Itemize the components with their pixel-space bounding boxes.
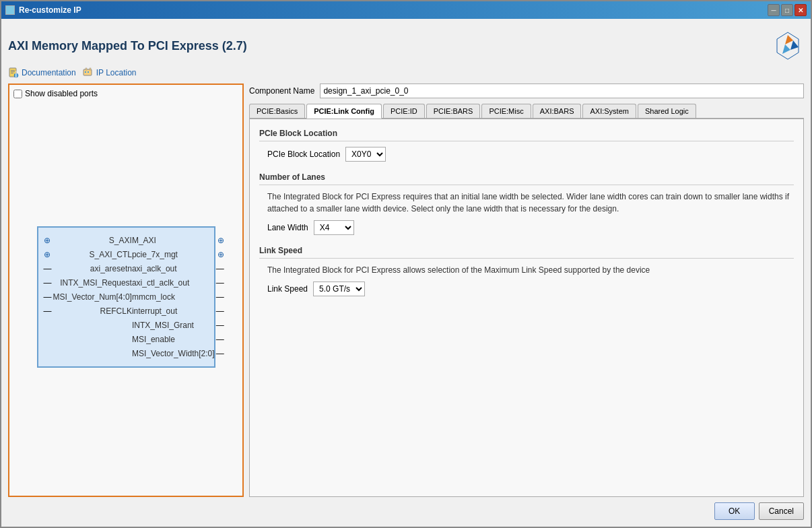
- documentation-icon: i: [8, 67, 19, 78]
- tab-axi-bars[interactable]: AXI:BARS: [533, 104, 582, 118]
- pcie-block-location-section: PCIe Block Location PCIe Block Location …: [259, 129, 794, 162]
- tabs: PCIE:Basics PCIE:Link Config PCIE:ID PCI…: [249, 104, 804, 119]
- tab-pcie-basics[interactable]: PCIE:Basics: [249, 104, 305, 118]
- port-pcie_7x_mgt: pcie_7x_mgt⊕: [132, 250, 224, 259]
- show-disabled-label: Show disabled ports: [25, 89, 98, 98]
- number-of-lanes-body: The Integrated Block for PCI Express req…: [259, 191, 794, 235]
- tab-axi-system[interactable]: AXI:System: [582, 104, 636, 118]
- ip-location-label: IP Location: [96, 68, 137, 77]
- port-REFCLK: —REFCLK: [44, 306, 132, 316]
- port-axi_aresetn: —axi_aresetn: [44, 264, 132, 273]
- window-body: AXI Memory Mapped To PCI Express (2.7): [1, 19, 811, 527]
- svg-marker-3: [790, 40, 799, 50]
- tab-content: PCIe Block Location PCIe Block Location …: [249, 119, 804, 497]
- port-S_AXI_CTL: ⊕S_AXI_CTL: [44, 250, 132, 259]
- svg-rect-5: [11, 70, 15, 71]
- port-M_AXI: M_AXI⊕: [132, 236, 224, 245]
- number-of-lanes-section: Number of Lanes The Integrated Block for…: [259, 172, 794, 235]
- show-disabled-checkbox[interactable]: [13, 90, 22, 98]
- ip-location-icon: [83, 67, 94, 78]
- svg-rect-6: [11, 71, 15, 72]
- svg-text:i: i: [15, 70, 18, 79]
- left-panel: Show disabled ports ⊕S_AXI ⊕S_AXI_CTL: [8, 84, 244, 497]
- ip-location-link[interactable]: IP Location: [83, 67, 137, 78]
- port-axi_ctl_aclk_out: axi_ctl_aclk_out—: [132, 278, 224, 288]
- component-name-input[interactable]: [320, 84, 804, 98]
- svg-rect-14: [88, 71, 89, 73]
- svg-rect-7: [11, 73, 13, 73]
- component-diagram: ⊕S_AXI ⊕S_AXI_CTL —axi_aresetn —INTX_MSI…: [13, 102, 238, 492]
- cancel-button[interactable]: Cancel: [759, 502, 804, 520]
- port-MSI_Vector_Width: MSI_Vector_Width[2:0]—: [132, 349, 224, 358]
- title-bar-icon: [5, 5, 15, 15]
- minimize-button[interactable]: ─: [768, 4, 780, 16]
- ok-button[interactable]: OK: [714, 502, 755, 520]
- port-axi_aclk_out: axi_aclk_out—: [132, 264, 224, 273]
- lane-width-field: Lane Width X1 X2 X4 X8: [267, 220, 794, 235]
- link-speed-body: The Integrated Block for PCI Express all…: [259, 264, 794, 296]
- port-mmcm_lock: mmcm_lock—: [132, 292, 224, 302]
- tab-pcie-bars[interactable]: PCIE:BARS: [426, 104, 481, 118]
- tab-pcie-id[interactable]: PCIE:ID: [383, 104, 425, 118]
- port-interrupt_out: interrupt_out—: [132, 306, 224, 316]
- diagram-box: ⊕S_AXI ⊕S_AXI_CTL —axi_aresetn —INTX_MSI…: [37, 226, 215, 368]
- svg-marker-2: [782, 44, 790, 54]
- svg-rect-13: [85, 71, 86, 73]
- link-speed-title: Link Speed: [259, 246, 794, 259]
- app-header: AXI Memory Mapped To PCI Express (2.7): [8, 26, 804, 67]
- main-window: Re-customize IP ─ □ ✕ AXI Memory Mapped …: [0, 0, 812, 528]
- component-name-label: Component Name: [249, 86, 314, 96]
- bottom-bar: OK Cancel: [8, 497, 804, 520]
- svg-rect-11: [86, 68, 87, 70]
- port-MSI_enable: MSI_enable—: [132, 335, 224, 344]
- link-speed-section: Link Speed The Integrated Block for PCI …: [259, 246, 794, 296]
- port-INTX_MSI_Request: —INTX_MSI_Request: [44, 278, 132, 288]
- pcie-block-location-field: PCIe Block Location X0Y0 X0Y1 X1Y0: [267, 147, 794, 162]
- tab-pcie-link-config[interactable]: PCIE:Link Config: [306, 104, 382, 119]
- svg-marker-1: [785, 35, 793, 44]
- toolbar-row: i Documentation IP Location: [8, 67, 804, 78]
- title-bar: Re-customize IP ─ □ ✕: [1, 1, 811, 19]
- close-button[interactable]: ✕: [794, 4, 807, 16]
- documentation-link[interactable]: i Documentation: [8, 67, 76, 78]
- link-speed-description: The Integrated Block for PCI Express all…: [267, 264, 794, 276]
- link-speed-label: Link Speed: [267, 284, 308, 294]
- lane-width-select[interactable]: X1 X2 X4 X8: [314, 220, 354, 235]
- maximize-button[interactable]: □: [781, 4, 793, 16]
- port-INTX_MSI_Grant: INTX_MSI_Grant—: [132, 321, 224, 330]
- documentation-label: Documentation: [22, 68, 76, 77]
- pcie-block-location-select[interactable]: X0Y0 X0Y1 X1Y0: [345, 147, 386, 162]
- component-name-row: Component Name: [249, 84, 804, 98]
- link-speed-select[interactable]: 2.5 GT/s 5.0 GT/s: [313, 282, 365, 296]
- lane-width-label: Lane Width: [267, 223, 308, 232]
- pcie-block-location-label: PCIe Block Location: [267, 150, 340, 159]
- link-speed-field: Link Speed 2.5 GT/s 5.0 GT/s: [267, 282, 794, 296]
- number-of-lanes-description: The Integrated Block for PCI Express req…: [267, 191, 794, 215]
- number-of-lanes-title: Number of Lanes: [259, 172, 794, 185]
- app-logo: [772, 30, 804, 62]
- app-title: AXI Memory Mapped To PCI Express (2.7): [8, 39, 247, 53]
- pcie-block-location-title: PCIe Block Location: [259, 129, 794, 141]
- main-content: Show disabled ports ⊕S_AXI ⊕S_AXI_CTL: [8, 84, 804, 497]
- pcie-block-location-body: PCIe Block Location X0Y0 X0Y1 X1Y0: [259, 147, 794, 162]
- svg-rect-12: [90, 68, 91, 70]
- right-panel: Component Name PCIE:Basics PCIE:Link Con…: [249, 84, 804, 497]
- title-bar-text: Re-customize IP: [5, 5, 81, 15]
- show-disabled-row: Show disabled ports: [13, 89, 238, 98]
- port-MSI_Vector_Num: —MSI_Vector_Num[4:0]: [44, 292, 132, 302]
- title-bar-buttons: ─ □ ✕: [768, 4, 807, 16]
- tab-pcie-misc[interactable]: PCIE:Misc: [481, 104, 531, 118]
- port-S_AXI: ⊕S_AXI: [44, 236, 132, 245]
- window-title: Re-customize IP: [19, 5, 81, 15]
- tab-shared-logic[interactable]: Shared Logic: [638, 104, 696, 118]
